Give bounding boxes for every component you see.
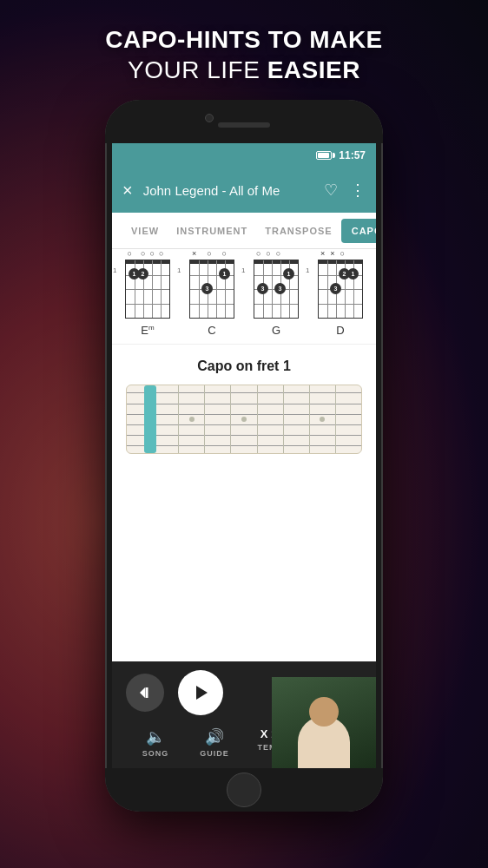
chord-em-nut [126,260,169,264]
headline: CAPO-HINTS TO MAKE YOUR LIFE EASIER [0,24,488,85]
chord-d-border: 1 2 3 [318,260,363,319]
phone-camera [205,114,214,122]
chord-em-dot2: 2 [137,268,148,279]
close-button[interactable]: × [122,181,133,201]
capo-section: Capo on fret 1 [112,344,376,464]
chord-em-open: ○ ○ ○ ○ [122,247,174,260]
header-icons: ♡ ⋮ [324,181,366,200]
song-label: SONG [142,749,169,758]
favorite-icon[interactable]: ♡ [324,181,338,200]
tab-view[interactable]: VIEW [122,213,168,248]
fret-dot-1 [189,417,195,422]
chord-c-dot1: 1 [219,268,230,279]
song-icon: 🔈 [146,727,165,746]
home-button[interactable] [227,773,261,807]
chord-d-open: × × ○ [314,247,366,260]
tab-instrument[interactable]: INSTRUMENT [168,213,256,248]
phone-frame: 11:57 × John Legend - All of Me ♡ ⋮ VIEW… [105,100,383,812]
chord-em: ○ ○ ○ ○ 1 [119,260,176,337]
song-title: John Legend - All of Me [143,183,324,198]
fretboard [126,385,362,454]
fret-number-d: 1 [306,266,309,274]
chord-g-dot2: 3 [274,283,286,294]
play-icon [192,684,209,701]
portrait-head [309,697,339,727]
fret-dot-2 [241,417,247,422]
chord-g-dot3: 3 [257,283,268,294]
guide-icon: 🔊 [205,727,224,746]
more-options-icon[interactable]: ⋮ [350,181,366,200]
chord-d-dot2: 2 [339,268,350,279]
phone-speaker [218,122,270,128]
song-control[interactable]: 🔈 SONG [126,727,185,758]
tab-capo[interactable]: CAPO [341,219,376,243]
tab-transpose[interactable]: TRANSPOSE [256,213,340,248]
play-button[interactable] [178,670,223,715]
battery-body [316,151,332,160]
capo-title: Capo on fret 1 [122,358,366,374]
tab-bar: VIEW INSTRUMENT TRANSPOSE CAPO [112,213,376,249]
chord-g-name: G [272,324,280,337]
chord-g-open: ○ ○ ○ [250,247,302,260]
svg-rect-1 [146,687,148,698]
time-display: 11:57 [339,149,366,161]
chord-g: ○ ○ ○ 1 [247,260,305,337]
app-header: × John Legend - All of Me ♡ ⋮ [112,168,376,213]
chord-g-border: 1 3 3 [254,260,299,319]
guide-label: GUIDE [200,749,229,758]
chord-d-dot3: 3 [330,283,341,294]
headline-line2-bold: EASIER [267,56,360,83]
battery-fill [318,153,329,158]
chord-c-dot2: 3 [201,283,213,294]
svg-marker-0 [140,687,145,698]
fret-number-em: 1 [113,266,116,274]
fret-lines [127,385,361,453]
portrait-thumbnail [272,677,376,768]
chord-g-dot1: 1 [283,268,294,279]
chord-c-border: 1 3 [189,260,234,319]
chord-c-grid: × ○ ○ 1 [186,260,238,319]
phone-screen: 11:57 × John Legend - All of Me ♡ ⋮ VIEW… [112,143,376,768]
fret-dot-3 [320,417,325,422]
phone-top-bezel [105,100,383,143]
headline-line1-bold: CAPO-HINTS TO MAKE [105,26,383,53]
chord-em-grid: ○ ○ ○ ○ 1 [122,260,174,319]
chord-c-open: × ○ ○ [186,247,238,260]
chords-area: ○ ○ ○ ○ 1 [112,249,376,344]
fret-number-c: 1 [177,266,181,274]
headline-line2-normal: YOUR LIFE [128,56,267,83]
chord-d-name: D [336,324,344,337]
chord-d-grid: × × ○ 1 [314,260,366,319]
chord-g-grid: ○ ○ ○ 1 [250,260,302,319]
battery-tip [333,153,335,158]
chord-c-name: C [208,324,215,337]
fret-number-g: 1 [241,266,245,274]
bottom-controls: 🔈 SONG 🔊 GUIDE X 1.0 TEMPO ⇄ LOOP [112,661,376,768]
capo-indicator [144,385,156,453]
phone-bottom-bezel [105,768,383,812]
battery-icon [316,151,335,160]
svg-marker-2 [196,686,208,700]
chord-em-name: Em [141,324,154,337]
chord-em-border: 1 2 [125,260,170,319]
status-bar: 11:57 [112,143,376,168]
rewind-button[interactable] [126,674,164,712]
rewind-icon [138,686,152,700]
chord-d: × × ○ 1 [312,260,369,337]
guide-control[interactable]: 🔊 GUIDE [185,727,244,758]
chord-c: × ○ ○ 1 [183,260,241,337]
